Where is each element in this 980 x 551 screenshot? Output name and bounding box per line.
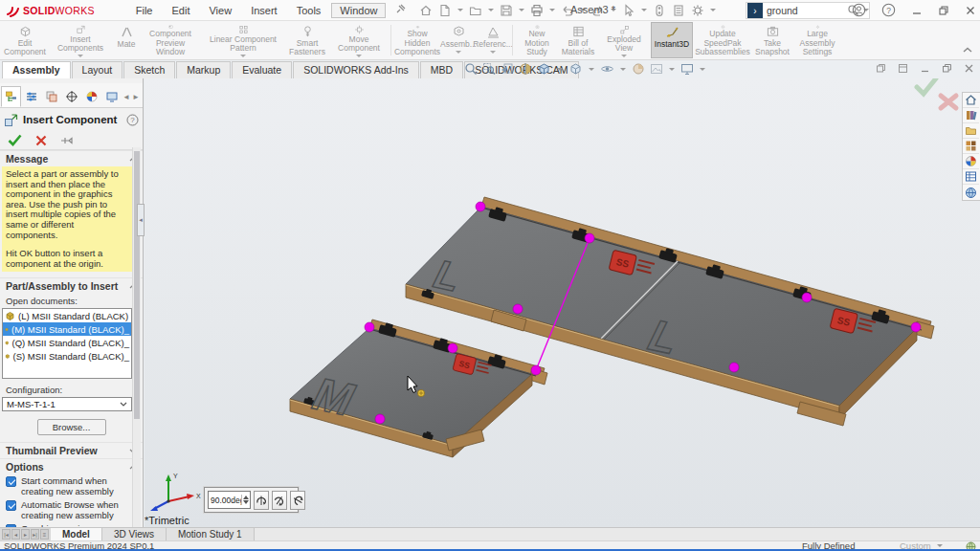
configuration-manager-tab-icon[interactable] bbox=[41, 86, 61, 107]
open-dropdown-caret[interactable] bbox=[488, 9, 494, 11]
nav-first-icon[interactable]: |◂ bbox=[2, 529, 11, 540]
doc-tab-model[interactable]: Model bbox=[51, 528, 102, 540]
new-dropdown-caret[interactable] bbox=[457, 9, 463, 11]
confirm-check-icon[interactable] bbox=[917, 78, 936, 94]
tab-solidworks-addins[interactable]: SOLIDWORKS Add-Ins bbox=[293, 61, 419, 78]
home-tab-icon[interactable] bbox=[963, 93, 979, 108]
menu-file[interactable]: File bbox=[127, 3, 162, 18]
content-central-icon[interactable] bbox=[963, 185, 979, 200]
ribbon-update-speedpak[interactable]: Update SpeedPak Subassemblies bbox=[693, 22, 752, 58]
menu-view[interactable]: View bbox=[200, 3, 240, 18]
new-document-icon[interactable] bbox=[436, 3, 454, 18]
close-icon[interactable] bbox=[965, 5, 976, 16]
appearances-icon[interactable] bbox=[963, 139, 979, 154]
doc-close-icon[interactable] bbox=[964, 63, 974, 74]
section-header-thumbnail[interactable]: Thumbnail Preview bbox=[0, 442, 143, 458]
rotate-about-x-button[interactable] bbox=[254, 491, 269, 510]
zoom-to-area-icon[interactable] bbox=[481, 62, 497, 76]
menu-window[interactable]: Window bbox=[331, 3, 386, 18]
rotate-about-z-button[interactable] bbox=[290, 491, 305, 510]
tab-sketch[interactable]: Sketch bbox=[123, 61, 175, 78]
search-commands-icon[interactable]: › bbox=[747, 3, 763, 18]
nav-next-icon[interactable]: ▸ bbox=[21, 529, 30, 540]
open-icon[interactable] bbox=[467, 3, 484, 18]
menu-pin-icon[interactable] bbox=[395, 4, 406, 16]
nav-prev-icon[interactable]: ◂ bbox=[11, 529, 20, 540]
design-library-icon[interactable] bbox=[963, 108, 979, 123]
rotate-about-y-button[interactable] bbox=[272, 491, 287, 510]
doc-tab-3d-views[interactable]: 3D Views bbox=[102, 528, 167, 540]
ribbon-linear-component-pattern[interactable]: Linear Component Pattern bbox=[201, 22, 285, 58]
ok-button[interactable] bbox=[8, 134, 22, 146]
doc-restore-icon[interactable] bbox=[942, 63, 952, 74]
tab-assembly[interactable]: Assembly bbox=[2, 61, 71, 78]
save-icon[interactable] bbox=[498, 3, 515, 18]
display-manager-tab-icon[interactable] bbox=[81, 86, 101, 107]
scrollbar-thumb[interactable] bbox=[134, 151, 140, 419]
previous-view-icon[interactable] bbox=[500, 62, 515, 76]
help-icon[interactable]: ? bbox=[881, 3, 896, 17]
push-pin-button[interactable] bbox=[60, 135, 74, 146]
file-properties-icon[interactable] bbox=[670, 3, 687, 18]
ribbon-mate[interactable]: Mate bbox=[113, 22, 140, 58]
deck-front[interactable]: SS M bbox=[290, 320, 547, 457]
checkbox[interactable] bbox=[6, 476, 16, 487]
dimxpert-manager-tab-icon[interactable] bbox=[61, 86, 81, 107]
open-documents-list[interactable]: (L) MSII Standard (BLACK) (M) MSII Stand… bbox=[2, 308, 132, 379]
file-explorer-icon[interactable] bbox=[963, 123, 979, 139]
minimize-icon[interactable] bbox=[911, 5, 923, 16]
hide-show-items-caret[interactable] bbox=[620, 68, 626, 71]
ribbon-large-assembly-settings[interactable]: Large Assembly Settings bbox=[792, 22, 842, 58]
feature-manager-tab-icon[interactable] bbox=[1, 86, 21, 107]
ribbon-new-motion-study[interactable]: New Motion Study bbox=[515, 22, 559, 58]
view-orientation-icon[interactable] bbox=[536, 62, 552, 76]
ribbon-exploded-view[interactable]: Exploded View bbox=[597, 22, 651, 58]
ribbon-take-snapshot[interactable]: Take Snapshot bbox=[752, 22, 792, 58]
section-header-options[interactable]: Options bbox=[0, 458, 143, 474]
tab-markup[interactable]: Markup bbox=[176, 61, 231, 78]
options-gear-icon[interactable] bbox=[689, 3, 706, 18]
options-dropdown-caret[interactable] bbox=[710, 9, 716, 11]
ribbon-collapse-chevron[interactable] bbox=[963, 44, 972, 55]
display-style-icon[interactable] bbox=[568, 62, 584, 76]
nav-last-icon[interactable]: ▸| bbox=[31, 529, 39, 540]
doc-minimize-icon[interactable] bbox=[920, 63, 930, 74]
select-icon[interactable] bbox=[620, 3, 637, 18]
ribbon-show-hidden-components[interactable]: Show Hidden Components bbox=[393, 22, 441, 58]
tab-scroll-left-icon[interactable]: ◄ bbox=[122, 86, 131, 107]
ribbon-component-preview-window[interactable]: Component Preview Window bbox=[140, 22, 201, 58]
save-dropdown-caret[interactable] bbox=[519, 9, 524, 11]
graphics-area[interactable]: SS SS L L bbox=[145, 78, 980, 527]
section-header-message[interactable]: Message bbox=[0, 150, 143, 166]
ribbon-instant3d[interactable]: Instant3D bbox=[651, 22, 693, 58]
custom-properties-icon[interactable] bbox=[963, 169, 979, 185]
print-icon[interactable] bbox=[528, 3, 546, 18]
display-style-caret[interactable] bbox=[589, 68, 594, 71]
doc-tile-icon[interactable] bbox=[898, 63, 908, 74]
option-row[interactable]: Start command when creating new assembly bbox=[0, 474, 143, 498]
view-orientation-caret[interactable] bbox=[557, 68, 563, 71]
scenes-icon[interactable] bbox=[963, 154, 979, 169]
view-settings-icon[interactable] bbox=[679, 62, 695, 76]
rotate-angle-input[interactable] bbox=[209, 496, 241, 505]
rebuild-icon[interactable] bbox=[651, 3, 668, 18]
restore-icon[interactable] bbox=[938, 5, 949, 16]
cancel-x-icon[interactable] bbox=[941, 96, 956, 108]
cam-manager-tab-icon[interactable] bbox=[101, 86, 122, 107]
print-dropdown-caret[interactable] bbox=[549, 9, 555, 11]
option-row[interactable]: Automatic Browse when creating new assem… bbox=[0, 498, 143, 522]
view-settings-caret[interactable] bbox=[700, 68, 705, 71]
zoom-to-fit-icon[interactable] bbox=[463, 62, 479, 76]
section-view-icon[interactable] bbox=[518, 62, 533, 76]
list-item[interactable]: (L) MSII Standard (BLACK) bbox=[3, 309, 131, 322]
spinner-arrows[interactable] bbox=[241, 495, 250, 505]
property-manager-tab-icon[interactable] bbox=[21, 86, 41, 107]
browse-button[interactable]: Browse... bbox=[37, 419, 106, 435]
confirmation-corner[interactable] bbox=[917, 78, 956, 108]
configuration-select[interactable]: M-MS-T-1-1 bbox=[2, 397, 132, 411]
tab-evaluate[interactable]: Evaluate bbox=[232, 61, 292, 78]
panel-splitter-handle[interactable]: ◂ bbox=[137, 204, 145, 236]
edit-appearance-icon[interactable] bbox=[631, 62, 646, 76]
ribbon-insert-components[interactable]: Insert Components bbox=[48, 22, 113, 58]
ribbon-move-component[interactable]: Move Component bbox=[329, 22, 389, 58]
